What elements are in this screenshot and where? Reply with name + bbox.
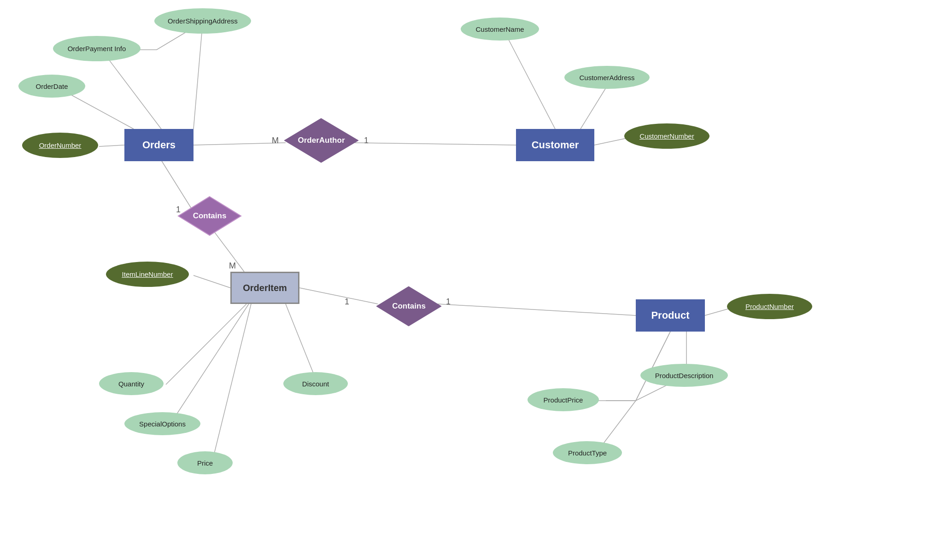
relationship-contains2: Contains <box>375 286 442 327</box>
svg-line-1 <box>101 50 161 129</box>
svg-line-5 <box>99 145 124 146</box>
svg-line-12 <box>299 288 378 304</box>
er-diagram: Orders Customer Product OrderItem OrderA… <box>0 0 938 560</box>
svg-line-18 <box>212 304 251 463</box>
attribute-productdescription: ProductDescription <box>640 364 728 387</box>
attribute-discount: Discount <box>283 372 348 395</box>
relationship-orderauthor: OrderAuthor <box>283 117 359 163</box>
cardinality-m-contains1: M <box>229 261 236 271</box>
svg-line-0 <box>193 22 203 129</box>
cardinality-1-contains1: 1 <box>176 205 181 215</box>
svg-line-16 <box>166 304 246 385</box>
cardinality-1-orderauthor: 1 <box>364 136 369 146</box>
entity-customer: Customer <box>516 129 594 161</box>
cardinality-m-orderauthor: M <box>272 136 279 146</box>
attribute-productprice: ProductPrice <box>528 388 599 411</box>
entity-orderitem: OrderItem <box>230 272 299 304</box>
attribute-orderpaymentinfo: OrderPayment Info <box>53 36 141 61</box>
entity-product: Product <box>636 299 705 332</box>
svg-line-6 <box>504 30 555 129</box>
svg-line-11 <box>193 275 230 288</box>
attribute-key-customernumber: CustomerNumber <box>624 123 709 149</box>
relationship-contains1: Contains <box>177 196 242 236</box>
attribute-key-ordernumber: OrderNumber <box>22 133 98 158</box>
svg-line-4 <box>355 143 516 145</box>
entity-orders: Orders <box>124 129 193 161</box>
attribute-specialoptions: SpecialOptions <box>124 412 200 435</box>
attribute-customeraddress: CustomerAddress <box>564 66 650 89</box>
cardinality-1-contains2b: 1 <box>446 297 451 307</box>
attribute-producttype: ProductType <box>553 441 622 464</box>
attribute-orderdate: OrderDate <box>18 75 85 98</box>
cardinality-1-contains2a: 1 <box>345 297 349 307</box>
attribute-key-productnumber: ProductNumber <box>727 294 812 319</box>
attribute-customername: CustomerName <box>461 18 539 41</box>
attribute-ordershippingaddress: OrderShippingAddress <box>154 8 251 34</box>
svg-line-13 <box>438 304 636 315</box>
attribute-quantity: Quantity <box>99 372 164 395</box>
attribute-price: Price <box>177 451 233 474</box>
attribute-key-itemlinenumber: ItemLineNumber <box>106 262 189 287</box>
svg-line-17 <box>170 304 249 424</box>
